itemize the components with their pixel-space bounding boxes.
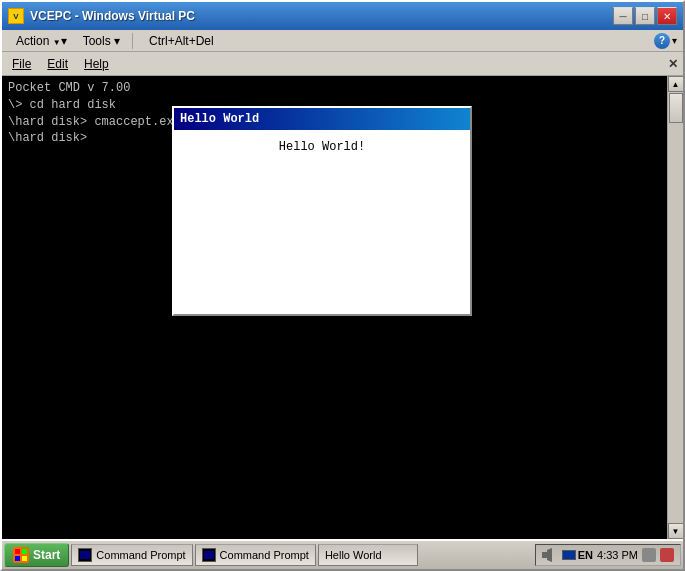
inner-toolbar: File Edit Help ✕ bbox=[2, 52, 683, 76]
help-menu[interactable]: Help bbox=[76, 55, 117, 73]
start-button[interactable]: Start bbox=[4, 543, 69, 567]
action-menu[interactable]: Action ▼▾ bbox=[8, 32, 75, 50]
dialog-title-bar: Hello World bbox=[174, 108, 470, 130]
taskbar-cmd-label-1: Command Prompt bbox=[96, 549, 185, 561]
scroll-down-button[interactable]: ▼ bbox=[668, 523, 684, 539]
svg-rect-3 bbox=[22, 556, 27, 561]
lang-flag bbox=[562, 550, 576, 560]
taskbar-btn-icon-1 bbox=[78, 548, 92, 562]
tray-time: 4:33 PM bbox=[597, 549, 638, 561]
scrollbar: ▲ ▼ bbox=[667, 76, 683, 539]
svg-rect-1 bbox=[22, 549, 27, 554]
tools-menu[interactable]: Tools ▾ bbox=[75, 32, 128, 50]
cmd-area: Pocket CMD v 7.00 \> cd hard disk \hard … bbox=[2, 76, 667, 539]
menu-dropdown-arrow[interactable]: ▾ bbox=[672, 35, 677, 46]
taskbar-cmd-btn-2[interactable]: Command Prompt bbox=[195, 544, 316, 566]
menu-bar: Action ▼▾ Tools ▾ Ctrl+Alt+Del ? ▾ bbox=[2, 30, 683, 52]
ctrl-alt-del-button[interactable]: Ctrl+Alt+Del bbox=[141, 32, 222, 50]
window-icon: V bbox=[8, 8, 24, 24]
taskbar-cmd-label-2: Command Prompt bbox=[220, 549, 309, 561]
dialog-body: Hello World! bbox=[174, 130, 470, 314]
menu-separator bbox=[132, 33, 133, 49]
window-controls: ─ □ ✕ bbox=[613, 7, 677, 25]
screen-icon-2 bbox=[204, 551, 214, 559]
window-title: VCEPC - Windows Virtual PC bbox=[30, 9, 607, 23]
taskbar: Start Command Prompt Command Prompt Hell… bbox=[2, 539, 683, 569]
restore-button[interactable]: □ bbox=[635, 7, 655, 25]
system-tray: EN 4:33 PM bbox=[535, 544, 681, 566]
tray-icon-1 bbox=[642, 548, 656, 562]
taskbar-cmd-btn-1[interactable]: Command Prompt bbox=[71, 544, 192, 566]
svg-rect-0 bbox=[15, 549, 20, 554]
language-indicator: EN bbox=[562, 549, 593, 561]
lang-text: EN bbox=[578, 549, 593, 561]
tray-icon-2 bbox=[660, 548, 674, 562]
inner-close-button[interactable]: ✕ bbox=[665, 56, 681, 72]
taskbar-hello-label: Hello World bbox=[325, 549, 382, 561]
taskbar-hello-btn[interactable]: Hello World bbox=[318, 544, 418, 566]
cmd-line-1: Pocket CMD v 7.00 bbox=[8, 80, 661, 97]
start-icon bbox=[13, 547, 29, 563]
taskbar-btn-icon-2 bbox=[202, 548, 216, 562]
minimize-button[interactable]: ─ bbox=[613, 7, 633, 25]
dialog-title-text: Hello World bbox=[180, 112, 259, 126]
close-button[interactable]: ✕ bbox=[657, 7, 677, 25]
main-window: V VCEPC - Windows Virtual PC ─ □ ✕ Actio… bbox=[0, 0, 685, 571]
main-content: Pocket CMD v 7.00 \> cd hard disk \hard … bbox=[2, 76, 683, 539]
edit-menu[interactable]: Edit bbox=[39, 55, 76, 73]
svg-rect-4 bbox=[542, 552, 547, 558]
title-bar: V VCEPC - Windows Virtual PC ─ □ ✕ bbox=[2, 2, 683, 30]
dialog-body-text: Hello World! bbox=[279, 140, 365, 154]
help-button[interactable]: ? bbox=[654, 33, 670, 49]
scroll-thumb[interactable] bbox=[669, 93, 683, 123]
file-menu[interactable]: File bbox=[4, 55, 39, 73]
screen-icon-1 bbox=[80, 551, 90, 559]
speaker-icon bbox=[542, 548, 558, 562]
svg-rect-2 bbox=[15, 556, 20, 561]
scroll-up-button[interactable]: ▲ bbox=[668, 76, 684, 92]
hello-world-dialog[interactable]: Hello World Hello World! bbox=[172, 106, 472, 316]
scroll-track[interactable] bbox=[668, 92, 683, 523]
start-label: Start bbox=[33, 548, 60, 562]
